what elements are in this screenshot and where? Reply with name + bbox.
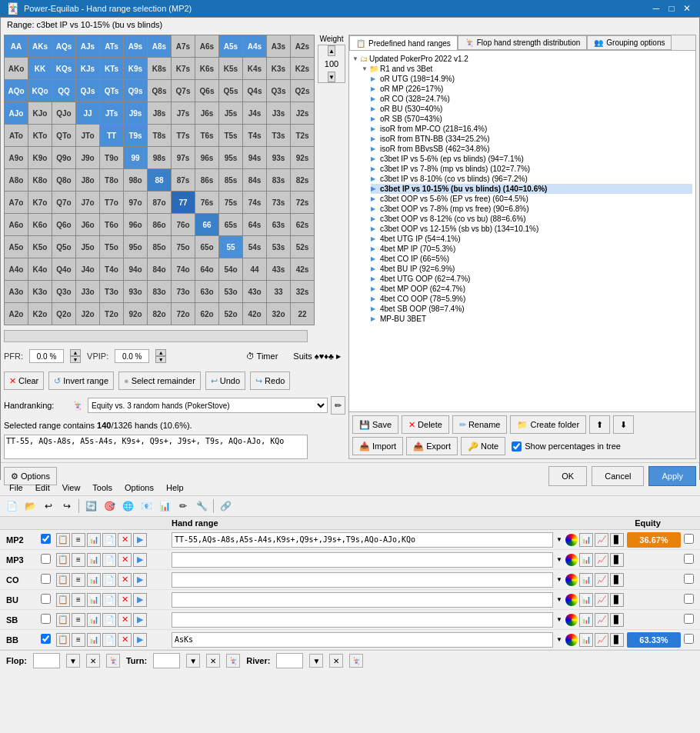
player-arrow-bu[interactable]: ▶ xyxy=(133,593,147,607)
hand-cell-43s[interactable]: 43s xyxy=(267,258,290,280)
hand-cell-87s[interactable]: 87s xyxy=(172,169,195,191)
hand-cell-J6s[interactable]: J6s xyxy=(195,102,218,124)
river-clear-btn[interactable]: ✕ xyxy=(329,654,343,668)
tree-item-24[interactable]: ▶MP-BU 3BET xyxy=(371,314,692,324)
tree-item-11[interactable]: ▶c3bet IP vs 10-15% (bu vs blinds) (140=… xyxy=(371,184,692,194)
hand-cell-ATo[interactable]: ATo xyxy=(5,125,28,146)
flop-input[interactable] xyxy=(33,653,60,668)
hand-cell-75s[interactable]: 75s xyxy=(219,192,242,213)
hand-cell-QQ[interactable]: QQ xyxy=(52,80,75,102)
hand-cell-T4s[interactable]: T4s xyxy=(243,125,266,146)
menu-tools[interactable]: Tools xyxy=(86,481,118,494)
player-chart-sb[interactable]: 📊 xyxy=(579,613,593,627)
hand-cell-J7o[interactable]: J7o xyxy=(76,192,99,213)
player-arrow-bb[interactable]: ▶ xyxy=(133,633,147,647)
menu-help[interactable]: Help xyxy=(160,481,190,494)
hand-cell-K6s[interactable]: K6s xyxy=(195,58,218,79)
hand-cell-82o[interactable]: 82o xyxy=(148,303,171,325)
player-graph-mp2[interactable]: 📈 xyxy=(595,533,608,547)
player-equity-check-bu[interactable] xyxy=(684,594,694,604)
tree-item-6[interactable]: ▶isoR from BTN-BB (334=25.2%) xyxy=(371,134,692,144)
player-graph-sb[interactable]: 📈 xyxy=(595,613,608,627)
suits-button[interactable]: Suits ♠♥♦♣ ▶ xyxy=(288,347,345,365)
hand-cell-T7o[interactable]: T7o xyxy=(100,192,123,213)
hand-cell-Q8s[interactable]: Q8s xyxy=(148,80,171,102)
toolbar-btn9[interactable]: 📊 xyxy=(156,498,173,515)
player-icon4-sb[interactable]: 📄 xyxy=(102,613,116,627)
hand-cell-T3s[interactable]: T3s xyxy=(267,125,290,146)
hand-cell-KJs[interactable]: KJs xyxy=(76,58,99,79)
tree-item-15[interactable]: ▶c3bet OOP vs 12-15% (sb vs bb) (134=10.… xyxy=(371,224,692,234)
player-icon2-bb[interactable]: ≡ xyxy=(72,633,85,647)
color-wheel-mp2[interactable] xyxy=(565,534,578,546)
player-range-co[interactable] xyxy=(172,572,553,588)
hand-cell-72o[interactable]: 72o xyxy=(172,303,195,325)
tree-folder1[interactable]: ▼ 📁 R1 and vs 3Bet xyxy=(362,64,692,74)
hand-cell-K6o[interactable]: K6o xyxy=(28,214,52,235)
hand-cell-94o[interactable]: 94o xyxy=(124,258,147,280)
hand-cell-85o[interactable]: 85o xyxy=(148,236,171,258)
hand-cell-Q9o[interactable]: Q9o xyxy=(52,147,75,168)
hand-cell-J9s[interactable]: J9s xyxy=(124,102,147,124)
minimize-button[interactable]: ─ xyxy=(649,2,663,15)
flop-select-btn[interactable]: ▼ xyxy=(66,654,80,668)
player-clear-bu[interactable]: ✕ xyxy=(118,593,132,607)
hand-cell-A4s[interactable]: A4s xyxy=(243,35,266,57)
hand-cell-T5s[interactable]: T5s xyxy=(219,125,242,146)
move-up-button[interactable]: ⬆ xyxy=(589,415,610,434)
hand-cell-K5s[interactable]: K5s xyxy=(219,58,242,79)
tree-item-23[interactable]: ▶4bet SB OOP (98=7.4%) xyxy=(371,304,692,314)
player-equity-check-mp3[interactable] xyxy=(684,554,694,564)
tree-item-1[interactable]: ▶oR MP (226=17%) xyxy=(371,84,692,94)
range-dropdown-sb[interactable]: ▼ xyxy=(553,614,565,626)
tree-item-13[interactable]: ▶c3bet OOP vs 7-8% (mp vs free) (90=6.8%… xyxy=(371,204,692,214)
hand-cell-54s[interactable]: 54s xyxy=(243,236,266,258)
player-arrow-mp2[interactable]: ▶ xyxy=(133,533,147,547)
tree-item-20[interactable]: ▶4bet UTG OOP (62=4.7%) xyxy=(371,274,692,284)
hand-cell-54o[interactable]: 54o xyxy=(219,258,242,280)
hand-cell-JTo[interactable]: JTo xyxy=(76,125,99,146)
hand-cell-Q4s[interactable]: Q4s xyxy=(243,80,266,102)
vpip-input[interactable] xyxy=(115,349,149,363)
color-wheel-bu[interactable] xyxy=(565,594,578,606)
hand-cell-43o[interactable]: 43o xyxy=(243,281,266,302)
player-graph-bu[interactable]: 📈 xyxy=(595,593,608,607)
maximize-button[interactable]: □ xyxy=(665,2,678,15)
hand-cell-83s[interactable]: 83s xyxy=(267,169,290,191)
hand-cell-73s[interactable]: 73s xyxy=(267,192,290,213)
tree-item-19[interactable]: ▶4bet BU IP (92=6.9%) xyxy=(371,264,692,274)
hand-cell-88[interactable]: 88 xyxy=(148,169,171,191)
hand-cell-AA[interactable]: AA xyxy=(5,35,28,57)
hand-cell-Q9s[interactable]: Q9s xyxy=(124,80,147,102)
hand-cell-J8o[interactable]: J8o xyxy=(76,169,99,191)
tree-item-8[interactable]: ▶c3bet IP vs 5-6% (ep vs blinds) (94=7.1… xyxy=(371,154,692,164)
hand-cell-T6s[interactable]: T6s xyxy=(195,125,218,146)
hand-cell-96s[interactable]: 96s xyxy=(195,147,218,168)
hand-cell-Q7o[interactable]: Q7o xyxy=(52,192,75,213)
player-check-bu[interactable] xyxy=(41,594,51,604)
player-arrow-mp3[interactable]: ▶ xyxy=(133,553,147,567)
player-range-mp2[interactable] xyxy=(172,532,553,548)
color-wheel-co[interactable] xyxy=(565,574,578,586)
hand-cell-98o[interactable]: 98o xyxy=(124,169,147,191)
hand-cell-64o[interactable]: 64o xyxy=(195,258,218,280)
hand-cell-Q5o[interactable]: Q5o xyxy=(52,236,75,258)
hand-cell-52s[interactable]: 52s xyxy=(291,236,314,258)
player-config-mp3[interactable]: 📋 xyxy=(56,553,70,567)
hand-cell-T5o[interactable]: T5o xyxy=(100,236,123,258)
player-config-bu[interactable]: 📋 xyxy=(56,593,70,607)
river-select-btn[interactable]: ▼ xyxy=(309,654,323,668)
hand-cell-J4s[interactable]: J4s xyxy=(243,102,266,124)
player-config-co[interactable]: 📋 xyxy=(56,573,70,587)
player-icon2-mp2[interactable]: ≡ xyxy=(72,533,85,547)
player-equity-check-mp2[interactable] xyxy=(684,534,694,544)
hand-cell-92s[interactable]: 92s xyxy=(291,147,314,168)
player-icon4-mp2[interactable]: 📄 xyxy=(102,533,116,547)
flop-clear-btn[interactable]: ✕ xyxy=(86,654,100,668)
player-config-sb[interactable]: 📋 xyxy=(56,613,70,627)
weight-down-button[interactable]: ▼ xyxy=(328,72,335,82)
river-input[interactable] xyxy=(276,653,303,668)
menu-options[interactable]: Options xyxy=(118,481,160,494)
hand-cell-J8s[interactable]: J8s xyxy=(148,102,171,124)
hand-cell-K7o[interactable]: K7o xyxy=(28,192,52,213)
